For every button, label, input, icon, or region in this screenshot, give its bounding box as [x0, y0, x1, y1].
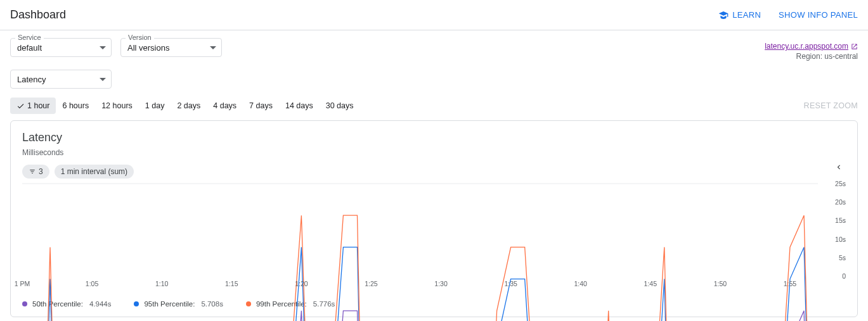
time-range-2-days[interactable]: 2 days: [171, 98, 207, 114]
x-tick-label: 1:20: [295, 280, 308, 287]
chevron-down-icon: [100, 46, 106, 49]
time-range-1-hour[interactable]: 1 hour: [10, 98, 56, 114]
chevron-down-icon: [210, 46, 216, 49]
x-tick-label: 1:30: [434, 280, 447, 287]
chart-subtitle: Milliseconds: [22, 148, 846, 157]
time-range-6-hours[interactable]: 6 hours: [56, 98, 95, 114]
metric-select-value: Latency: [17, 75, 46, 84]
filter-chip[interactable]: 3: [22, 165, 49, 179]
filter-count: 3: [39, 167, 43, 176]
version-select-value: All versions: [127, 43, 169, 53]
version-select[interactable]: Version All versions: [120, 38, 222, 57]
x-tick-label: 1:25: [365, 280, 377, 287]
chevron-down-icon: [100, 78, 106, 81]
x-tick-label: 1:50: [714, 280, 727, 287]
y-tick-label: 20s: [835, 198, 846, 206]
x-tick-label: 1:40: [574, 280, 586, 287]
time-range-30-days[interactable]: 30 days: [320, 98, 360, 114]
latency-card: Latency Milliseconds 3 1 min interval (s…: [10, 120, 858, 317]
region-label: Region: us-central: [765, 52, 858, 61]
time-range-group: 1 hour6 hours12 hours1 day2 days4 days7 …: [10, 98, 360, 114]
x-tick-label: 1 PM: [15, 280, 30, 287]
y-tick-label: 0: [842, 272, 846, 280]
interval-chip[interactable]: 1 min interval (sum): [55, 165, 134, 179]
page-title: Dashboard: [10, 8, 66, 22]
external-link-icon: [851, 43, 858, 50]
x-tick-label: 1:55: [784, 280, 796, 287]
learn-icon: [718, 10, 729, 20]
interval-label: 1 min interval (sum): [61, 167, 127, 176]
y-tick-label: 5s: [839, 254, 846, 261]
x-tick-label: 1:45: [644, 280, 657, 287]
app-url-text: latency.uc.r.appspot.com: [765, 42, 848, 51]
time-range-7-days[interactable]: 7 days: [243, 98, 279, 114]
y-tick-label: 15s: [835, 217, 846, 224]
version-select-label: Version: [126, 34, 154, 41]
app-url-link[interactable]: latency.uc.r.appspot.com: [765, 42, 858, 51]
show-info-panel-button[interactable]: SHOW INFO PANEL: [779, 10, 858, 20]
chevron-left-icon: [834, 163, 843, 172]
reset-zoom-button[interactable]: RESET ZOOM: [804, 101, 858, 110]
time-range-12-hours[interactable]: 12 hours: [95, 98, 139, 114]
check-icon: [16, 102, 25, 110]
collapse-panel-button[interactable]: [832, 160, 846, 176]
time-range-1-day[interactable]: 1 day: [139, 98, 171, 114]
y-tick-label: 25s: [835, 180, 846, 187]
learn-button[interactable]: LEARN: [718, 10, 761, 20]
x-tick-label: 1:15: [225, 280, 238, 287]
x-tick-label: 1:10: [155, 280, 168, 287]
service-select-value: default: [17, 43, 42, 53]
x-tick-label: 1:05: [86, 280, 98, 287]
service-select[interactable]: Service default: [10, 38, 112, 57]
x-tick-label: 1:35: [504, 280, 517, 287]
filter-icon: [29, 168, 36, 175]
metric-select[interactable]: Latency: [10, 70, 112, 89]
service-select-label: Service: [15, 34, 44, 41]
y-tick-label: 10s: [835, 236, 846, 243]
time-range-14-days[interactable]: 14 days: [279, 98, 320, 114]
latency-chart: 05s10s15s20s25s 1 PM1:051:101:151:201:25…: [22, 184, 846, 291]
chart-title: Latency: [22, 131, 846, 144]
time-range-4-days[interactable]: 4 days: [207, 98, 243, 114]
learn-label: LEARN: [732, 10, 761, 20]
